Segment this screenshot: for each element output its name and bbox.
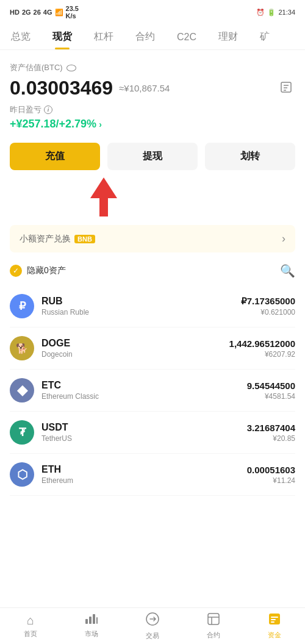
eth-symbol: ETH (41, 464, 247, 475)
bottom-nav-market[interactable]: 市场 (61, 610, 122, 642)
svg-rect-15 (271, 621, 274, 623)
bnb-badge: BNB (74, 235, 95, 243)
rub-cny: ¥0.621000 (241, 308, 295, 317)
asset-list: ₽ RUB Russian Ruble ₽7.17365000 ¥0.62100… (10, 285, 295, 496)
speed-indicator: 23.5K/s (66, 5, 79, 20)
bottom-nav-futures[interactable]: 合约 (183, 609, 244, 643)
check-icon: ✓ (10, 265, 22, 277)
eye-icon[interactable] (66, 65, 76, 71)
usdt-name: TetherUS (41, 434, 247, 443)
bottom-nav-assets[interactable]: 资金 (244, 609, 305, 643)
asset-label: 资产估值(BTC) (10, 62, 295, 73)
rub-name: Russian Ruble (41, 308, 241, 317)
doge-amount: 1,442.96512000 (229, 338, 295, 349)
rub-amount: ₽7.17365000 (241, 296, 295, 307)
status-left: HD 2G 26 4G 📶 23.5K/s (10, 5, 79, 20)
tab-overview[interactable]: 总览 (0, 24, 41, 49)
history-icon[interactable] (279, 80, 293, 96)
signal-strength: 26 (34, 9, 41, 16)
eth-values: 0.00051603 ¥11.24 (247, 465, 295, 485)
trade-icon (145, 612, 160, 629)
list-item[interactable]: 🐕 DOGE Dogecoin 1,442.96512000 ¥6207.92 (10, 327, 295, 370)
eth-cny: ¥11.24 (247, 476, 295, 485)
usdt-values: 3.21687404 ¥20.85 (247, 423, 295, 443)
bottom-nav: ⌂ 首页 市场 交易 合约 资金 (0, 607, 305, 644)
alarm-icon: ⏰ (256, 9, 265, 16)
svg-rect-14 (271, 619, 276, 620)
eth-info: ETH Ethereum (41, 464, 247, 485)
doge-symbol: DOGE (41, 338, 229, 349)
signal-4g: 4G (43, 9, 52, 16)
cny-approx: ≈¥10,867.54 (119, 83, 170, 93)
transfer-button[interactable]: 划转 (205, 143, 295, 170)
market-icon (85, 614, 98, 628)
bottom-nav-home[interactable]: ⌂ 首页 (0, 610, 61, 642)
tab-leverage[interactable]: 杠杆 (83, 24, 124, 49)
hide-assets-row: ✓ 隐藏0资产 🔍 (10, 261, 295, 281)
top-nav: 总览 现货 杠杆 合约 C2C 理财 矿 (0, 22, 305, 50)
pnl-value: +¥257.18/+2.79% › (10, 118, 295, 131)
hd-indicator: HD (10, 9, 20, 16)
usdt-symbol: USDT (41, 422, 247, 433)
list-item[interactable]: ₮ USDT TetherUS 3.21687404 ¥20.85 (10, 412, 295, 454)
etc-symbol: ETC (41, 380, 247, 391)
market-label: 市场 (85, 629, 98, 639)
trade-label: 交易 (146, 631, 159, 640)
etc-name: Ethereum Classic (41, 392, 247, 401)
assets-label: 资金 (268, 631, 281, 640)
svg-rect-6 (93, 614, 95, 624)
etc-cny: ¥4581.54 (247, 392, 295, 401)
tab-mining[interactable]: 矿 (249, 24, 281, 49)
eth-amount: 0.00051603 (247, 465, 295, 475)
list-item[interactable]: ⬡ ETH Ethereum 0.00051603 ¥11.24 (10, 454, 295, 496)
svg-rect-5 (89, 617, 92, 624)
banner-chevron-icon: › (282, 232, 285, 245)
banner-text: 小额资产兑换 BNB (20, 234, 95, 245)
doge-cny: ¥6207.92 (229, 350, 295, 359)
rub-info: RUB Russian Ruble (41, 296, 241, 317)
svg-rect-7 (96, 617, 98, 624)
list-item[interactable]: ◆ ETC Ethereum Classic 9.54544500 ¥4581.… (10, 370, 295, 412)
pnl-chevron[interactable]: › (99, 120, 102, 129)
deposit-button[interactable]: 充值 (10, 143, 100, 170)
bottom-nav-trade[interactable]: 交易 (122, 608, 183, 644)
hide-zero-assets[interactable]: ✓ 隐藏0资产 (10, 265, 66, 277)
small-assets-banner[interactable]: 小额资产兑换 BNB › (10, 225, 295, 252)
main-content: 资产估值(BTC) 0.03003469 ≈¥10,867.54 昨日盈亏 i … (0, 50, 305, 538)
doge-icon: 🐕 (10, 336, 34, 360)
tab-wealth[interactable]: 理财 (207, 24, 249, 49)
futures-label: 合约 (207, 631, 220, 640)
doge-name: Dogecoin (41, 350, 229, 359)
futures-icon (207, 612, 220, 629)
usdt-info: USDT TetherUS (41, 422, 247, 443)
tab-c2c[interactable]: C2C (166, 26, 207, 49)
tab-contract[interactable]: 合约 (124, 24, 166, 49)
info-icon: i (44, 106, 52, 114)
yesterday-pnl-label: 昨日盈亏 i (10, 104, 295, 115)
rub-values: ₽7.17365000 ¥0.621000 (241, 296, 295, 317)
usdt-cny: ¥20.85 (247, 434, 295, 443)
svg-rect-9 (208, 614, 219, 624)
hide-label: 隐藏0资产 (27, 265, 66, 276)
time-display: 21:34 (278, 9, 295, 16)
rub-symbol: RUB (41, 296, 241, 307)
search-icon[interactable]: 🔍 (280, 263, 295, 278)
wifi-icon: 📶 (55, 9, 63, 16)
home-icon: ⌂ (27, 614, 34, 628)
assets-icon (268, 612, 281, 629)
doge-values: 1,442.96512000 ¥6207.92 (229, 338, 295, 359)
home-label: 首页 (24, 629, 37, 639)
etc-icon: ◆ (10, 378, 34, 402)
etc-values: 9.54544500 ¥4581.54 (247, 381, 295, 401)
list-item[interactable]: ₽ RUB Russian Ruble ₽7.17365000 ¥0.62100… (10, 285, 295, 327)
action-buttons: 充值 提现 划转 (10, 143, 295, 170)
withdraw-button[interactable]: 提现 (107, 143, 198, 170)
usdt-icon: ₮ (10, 420, 34, 445)
status-right: ⏰ 🔋 21:34 (256, 9, 295, 16)
battery-icon: 🔋 (267, 9, 276, 16)
annotation-arrow (10, 175, 295, 216)
signal-2g: 2G (22, 9, 31, 16)
etc-info: ETC Ethereum Classic (41, 380, 247, 401)
tab-spot[interactable]: 现货 (41, 24, 83, 49)
eth-name: Ethereum (41, 476, 247, 485)
